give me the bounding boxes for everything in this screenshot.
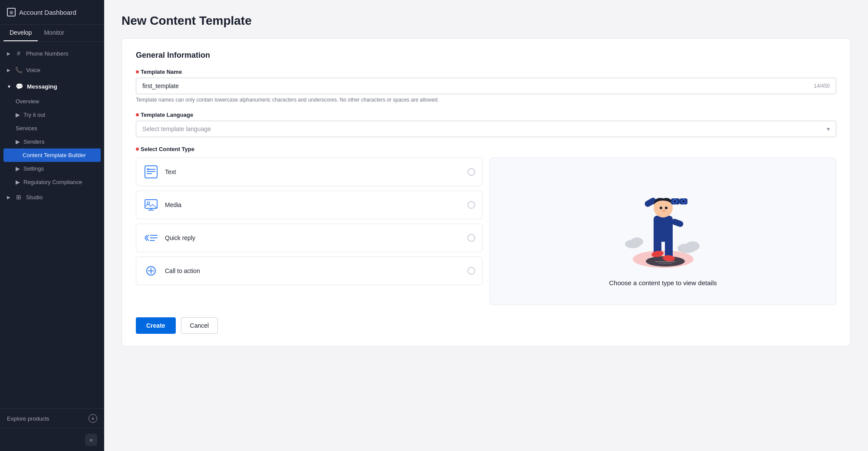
media-content-icon bbox=[143, 197, 159, 213]
template-name-input[interactable] bbox=[142, 82, 814, 89]
text-radio[interactable] bbox=[467, 168, 475, 176]
chevron-down-icon: ▼ bbox=[7, 84, 11, 89]
chevron-icon: ▶ bbox=[16, 179, 20, 185]
template-language-select[interactable]: Select template language ▾ bbox=[136, 121, 836, 137]
chevron-down-icon: ▾ bbox=[827, 125, 830, 132]
template-language-label: Template Language bbox=[136, 112, 836, 118]
quick-reply-content-icon bbox=[143, 230, 159, 246]
add-product-button[interactable]: + bbox=[89, 414, 97, 423]
collapse-sidebar-button[interactable]: « bbox=[85, 434, 97, 446]
char-count: 14/450 bbox=[814, 83, 830, 89]
preview-panel-text: Choose a content type to view details bbox=[609, 279, 717, 286]
svg-point-16 bbox=[631, 237, 643, 246]
chevron-icon: ▶ bbox=[16, 112, 20, 118]
create-button[interactable]: Create bbox=[136, 317, 176, 334]
sidebar-item-phone-numbers[interactable]: ▶ # Phone Numbers bbox=[0, 45, 104, 62]
quick-reply-option-label: Quick reply bbox=[165, 234, 461, 241]
required-indicator bbox=[136, 113, 139, 116]
svg-point-27 bbox=[660, 207, 662, 209]
required-indicator bbox=[136, 148, 139, 151]
preview-illustration bbox=[620, 177, 707, 272]
main-content: New Content Template General Information… bbox=[104, 0, 868, 451]
regulatory-compliance-label: Regulatory Compliance bbox=[23, 179, 82, 185]
messaging-label: Messaging bbox=[27, 83, 57, 90]
content-option-media[interactable]: Media bbox=[136, 191, 483, 219]
message-icon: 💬 bbox=[16, 82, 23, 90]
sidebar-collapse-section: « bbox=[0, 428, 104, 451]
sidebar-item-voice[interactable]: ▶ 📞 Voice bbox=[0, 62, 104, 78]
template-name-field-group: Template Name 14/450 Template names can … bbox=[136, 69, 836, 103]
svg-point-18 bbox=[686, 241, 700, 251]
sidebar-item-overview[interactable]: Overview bbox=[0, 95, 104, 108]
content-type-preview-panel: Choose a content type to view details bbox=[490, 158, 836, 305]
sidebar-nav: ▶ # Phone Numbers ▶ 📞 Voice ▼ 💬 Messagin… bbox=[0, 42, 104, 408]
section-title: General Information bbox=[136, 51, 836, 60]
content-type-grid: T Text bbox=[136, 158, 836, 305]
content-option-call-to-action[interactable]: Call to action bbox=[136, 257, 483, 285]
sidebar-item-content-template-builder[interactable]: Content Template Builder bbox=[3, 148, 101, 162]
sidebar: ⊞ Account Dashboard Develop Monitor ▶ # … bbox=[0, 0, 104, 451]
text-content-icon: T bbox=[143, 164, 159, 180]
template-name-input-wrapper: 14/450 bbox=[136, 78, 836, 94]
sidebar-tabs: Develop Monitor bbox=[0, 25, 104, 42]
call-to-action-content-icon bbox=[143, 263, 159, 279]
settings-label: Settings bbox=[23, 165, 44, 172]
hash-icon: # bbox=[15, 49, 23, 57]
svg-point-33 bbox=[674, 200, 676, 203]
action-bar: Create Cancel bbox=[136, 317, 836, 334]
sidebar-item-services[interactable]: Services bbox=[0, 122, 104, 135]
content-template-builder-label: Content Template Builder bbox=[23, 152, 86, 158]
call-to-action-radio[interactable] bbox=[467, 267, 475, 275]
template-language-field-group: Template Language Select template langua… bbox=[136, 112, 836, 137]
content-type-section: Select Content Type T bbox=[136, 146, 836, 305]
media-radio[interactable] bbox=[467, 201, 475, 209]
sidebar-item-regulatory-compliance[interactable]: ▶ Regulatory Compliance bbox=[0, 175, 104, 189]
content-type-label: Select Content Type bbox=[136, 146, 836, 152]
content-option-text[interactable]: T Text bbox=[136, 158, 483, 186]
chevron-icon: ▶ bbox=[7, 68, 10, 72]
tab-develop[interactable]: Develop bbox=[3, 25, 38, 41]
phone-numbers-label: Phone Numbers bbox=[26, 50, 69, 57]
cancel-button[interactable]: Cancel bbox=[181, 317, 218, 334]
media-option-label: Media bbox=[165, 201, 461, 208]
form-card: General Information Template Name 14/450… bbox=[122, 38, 851, 346]
chevron-icon: ▶ bbox=[7, 51, 10, 56]
svg-rect-21 bbox=[665, 237, 673, 258]
quick-reply-radio[interactable] bbox=[467, 234, 475, 242]
chevron-icon: ▶ bbox=[7, 195, 10, 200]
svg-text:T: T bbox=[147, 168, 149, 171]
sidebar-item-senders[interactable]: ▶ Senders bbox=[0, 135, 104, 148]
chevron-icon: ▶ bbox=[16, 138, 20, 145]
phone-icon: 📞 bbox=[15, 66, 23, 74]
senders-label: Senders bbox=[23, 138, 44, 145]
page-title: New Content Template bbox=[122, 14, 851, 28]
sidebar-item-studio[interactable]: ▶ ⊞ Studio bbox=[0, 189, 104, 205]
content-option-quick-reply[interactable]: Quick reply bbox=[136, 224, 483, 252]
call-to-action-option-label: Call to action bbox=[165, 267, 461, 274]
studio-icon: ⊞ bbox=[15, 193, 23, 201]
template-name-hint: Template names can only contain lowercas… bbox=[136, 97, 836, 103]
tab-monitor[interactable]: Monitor bbox=[38, 25, 70, 41]
voice-label: Voice bbox=[26, 67, 40, 73]
sidebar-item-settings[interactable]: ▶ Settings bbox=[0, 162, 104, 175]
explore-products-link[interactable]: Explore products + bbox=[0, 408, 104, 428]
language-placeholder: Select template language bbox=[142, 125, 211, 132]
try-it-out-label: Try it out bbox=[23, 112, 45, 118]
services-label: Services bbox=[16, 125, 37, 132]
explore-products-label: Explore products bbox=[7, 415, 49, 422]
sidebar-item-try-it-out[interactable]: ▶ Try it out bbox=[0, 108, 104, 122]
account-dashboard-link[interactable]: ⊞ Account Dashboard bbox=[0, 0, 104, 25]
text-option-label: Text bbox=[165, 168, 461, 175]
sidebar-item-messaging[interactable]: ▼ 💬 Messaging bbox=[0, 78, 104, 95]
template-name-label: Template Name bbox=[136, 69, 836, 75]
studio-label: Studio bbox=[26, 194, 43, 201]
svg-point-34 bbox=[682, 200, 685, 203]
content-options-list: T Text bbox=[136, 158, 483, 285]
account-label: Account Dashboard bbox=[19, 9, 76, 16]
required-indicator bbox=[136, 70, 139, 73]
svg-point-28 bbox=[665, 207, 667, 209]
overview-label: Overview bbox=[16, 98, 39, 105]
chevron-icon: ▶ bbox=[16, 165, 20, 172]
account-icon: ⊞ bbox=[7, 8, 16, 16]
